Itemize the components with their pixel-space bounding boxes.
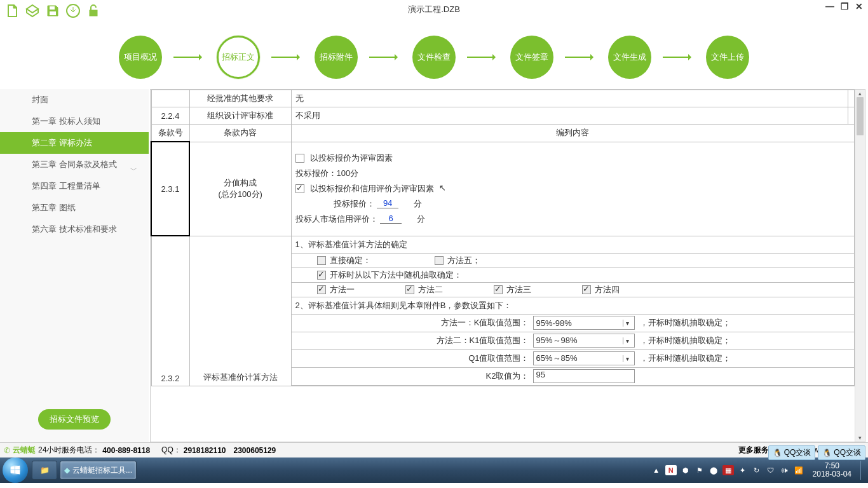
scrollbar-thumb[interactable]: [857, 97, 864, 135]
sidebar-item-label: 第四章 工程量清单: [32, 181, 100, 191]
sidebar-item-chapter4[interactable]: 第四章 工程量清单: [0, 175, 149, 197]
start-button[interactable]: [3, 458, 28, 483]
checkbox-m1[interactable]: [317, 285, 326, 294]
close-button[interactable]: ✕: [855, 1, 863, 11]
checkbox-price-credit[interactable]: [295, 184, 304, 193]
param-row-k: 方法一：K值取值范围： 95%-98%▾ ，开标时随机抽取确定；: [292, 314, 855, 332]
show-desktop-button[interactable]: [860, 461, 865, 480]
scroll-up-icon[interactable]: ▴: [855, 90, 865, 97]
qq-icon: 🐧: [773, 449, 782, 458]
tray-icon[interactable]: ⚑: [695, 465, 705, 475]
scroll-down-icon[interactable]: ▾: [855, 434, 865, 442]
step-bid-text[interactable]: 招标正文: [217, 36, 260, 79]
vertical-scrollbar[interactable]: ▴ ▾: [855, 90, 865, 442]
qq-chat-label: QQ交谈: [784, 447, 811, 458]
m3-label: 方法三: [506, 285, 531, 294]
maximize-button[interactable]: ❐: [841, 1, 849, 11]
tray-icon[interactable]: ✦: [738, 465, 748, 475]
price-score-text: 投标报价：100分: [295, 168, 851, 179]
checkbox-price-credit-label: 以投标报价和信用评价为评审因素: [310, 184, 434, 193]
sidebar-item-chapter2[interactable]: 第二章 评标办法: [0, 132, 149, 154]
bid-price-input[interactable]: 94: [377, 198, 398, 208]
step-arrow-icon: [173, 57, 205, 58]
content-pane: 经批准的其他要求 无 2.2.4 组织设计评审标准 不采用 条款号 条款内容 编…: [150, 89, 865, 442]
checkbox-price-only[interactable]: [295, 154, 304, 163]
step-file-generate[interactable]: 文件生成: [608, 36, 651, 79]
step-bid-attachment[interactable]: 招标附件: [315, 36, 358, 79]
header-body: 编列内容: [291, 125, 855, 142]
qq-chat-button-2[interactable]: 🐧QQ交谈: [818, 445, 865, 460]
download-icon[interactable]: [65, 3, 81, 19]
param-k1-select[interactable]: 95%～98%▾: [533, 334, 635, 348]
step-file-upload[interactable]: 文件上传: [706, 36, 749, 79]
checkbox-method5[interactable]: [435, 256, 444, 265]
tray-icon[interactable]: 🕪: [780, 465, 790, 475]
tray-icon[interactable]: N: [665, 465, 677, 475]
tray-clock[interactable]: 7:50 2018-03-04: [809, 462, 855, 478]
credit-label: 投标人市场信用评价：: [295, 214, 378, 224]
step-file-sign[interactable]: 文件签章: [510, 36, 553, 79]
open-file-icon[interactable]: [24, 3, 41, 19]
tray-icon[interactable]: ⬤: [709, 465, 719, 475]
step-nav: 项目概况 招标正文 招标附件 文件检查 文件签章 文件生成 文件上传: [0, 25, 868, 89]
content-scroll[interactable]: 经批准的其他要求 无 2.2.4 组织设计评审标准 不采用 条款号 条款内容 编…: [151, 90, 855, 442]
tray-icon[interactable]: ↻: [752, 465, 762, 475]
svg-rect-1: [50, 11, 56, 15]
save-icon[interactable]: [44, 3, 61, 19]
header-clause-no: 条款号: [151, 125, 189, 142]
taskbar-app-label: 云蜻蜓招标工具...: [72, 465, 132, 476]
random-label: 开标时从以下方法中随机抽取确定：: [330, 270, 462, 280]
section1-title: 1、评标基准值计算方法的确定: [292, 236, 855, 253]
checkbox-m3[interactable]: [494, 285, 503, 294]
titlebar: 演示工程.DZB — ❐ ✕: [0, 0, 868, 25]
step-project-overview[interactable]: 项目概况: [119, 36, 162, 79]
cell-232-body: 1、评标基准值计算方法的确定 直接确定： 方法五； 开标时从以下方法中随机抽取确…: [291, 236, 855, 385]
table-row: 2.2.4 组织设计评审标准 不采用: [151, 107, 855, 125]
minimize-button[interactable]: —: [825, 1, 834, 11]
table-row-231: 2.3.1 分值构成 (总分100分) 以投标报价为评审因素 投标报价：100分: [151, 142, 855, 236]
param-k-select[interactable]: 95%-98%▾: [533, 316, 635, 330]
qq-icon: 🐧: [822, 449, 832, 458]
cell-224-value[interactable]: 不采用: [291, 107, 848, 125]
cell-approved-other-value[interactable]: 无: [291, 90, 848, 107]
tray-icon[interactable]: ▲: [651, 465, 661, 475]
cursor-icon: ↖: [439, 183, 446, 193]
sidebar-item-cover[interactable]: 封面: [0, 89, 149, 111]
taskbar-explorer[interactable]: 📁: [32, 461, 57, 480]
m2-label: 方法二: [418, 285, 443, 294]
tray-icon[interactable]: 🛡: [766, 465, 776, 475]
qq-chat-button-1[interactable]: 🐧QQ交谈: [768, 445, 816, 460]
unlock-icon[interactable]: [85, 3, 102, 19]
checkbox-random[interactable]: [317, 271, 326, 280]
cell-clause-232: 2.3.2: [151, 236, 189, 386]
sidebar-item-label: 第一章 投标人须知: [32, 116, 100, 126]
param-q1-select[interactable]: 65%～85%▾: [533, 351, 635, 365]
sidebar-item-chapter6[interactable]: 第六章 技术标准和要求: [0, 219, 149, 240]
table-row-232: 2.3.2 评标基准价计算方法 1、评标基准值计算方法的确定 直接确定： 方法五…: [151, 236, 855, 385]
tray-icon[interactable]: 📶: [794, 465, 804, 475]
step-arrow-icon: [369, 57, 401, 58]
score-unit: 分: [417, 214, 425, 224]
tray-icon[interactable]: ▦: [722, 465, 734, 475]
score-total-label: (总分100分): [194, 189, 287, 200]
sidebar-item-chapter5[interactable]: 第五章 图纸: [0, 197, 149, 219]
sidebar-item-chapter1[interactable]: 第一章 投标人须知: [0, 111, 149, 132]
checkbox-m2[interactable]: [405, 285, 414, 294]
score-structure-label: 分值构成: [194, 177, 287, 189]
clauses-table: 经批准的其他要求 无 2.2.4 组织设计评审标准 不采用 条款号 条款内容 编…: [151, 90, 855, 386]
new-file-icon[interactable]: [4, 3, 20, 19]
param-k2-input[interactable]: 95: [533, 369, 635, 383]
qq-chat-float: 🐧QQ交谈 🐧QQ交谈: [768, 445, 865, 460]
sidebar-item-chapter3[interactable]: 第三章 合同条款及格式﹀: [0, 154, 149, 175]
checkbox-m4[interactable]: [582, 285, 591, 294]
tray-icon[interactable]: ⬢: [681, 465, 691, 475]
checkbox-direct[interactable]: [317, 256, 326, 265]
preview-bid-file-button[interactable]: 招标文件预览: [38, 409, 111, 430]
taskbar-app-yqt[interactable]: ◆ 云蜻蜓招标工具...: [60, 461, 137, 480]
step-file-check[interactable]: 文件检查: [412, 36, 456, 79]
qq-number-1: 2918182110: [184, 446, 226, 455]
param-q1-post: ，开标时随机抽取确定；: [635, 353, 731, 364]
credit-input[interactable]: 6: [380, 214, 402, 224]
method5-label: 方法五；: [447, 255, 480, 265]
qq-number-2: 2300605129: [234, 446, 276, 455]
